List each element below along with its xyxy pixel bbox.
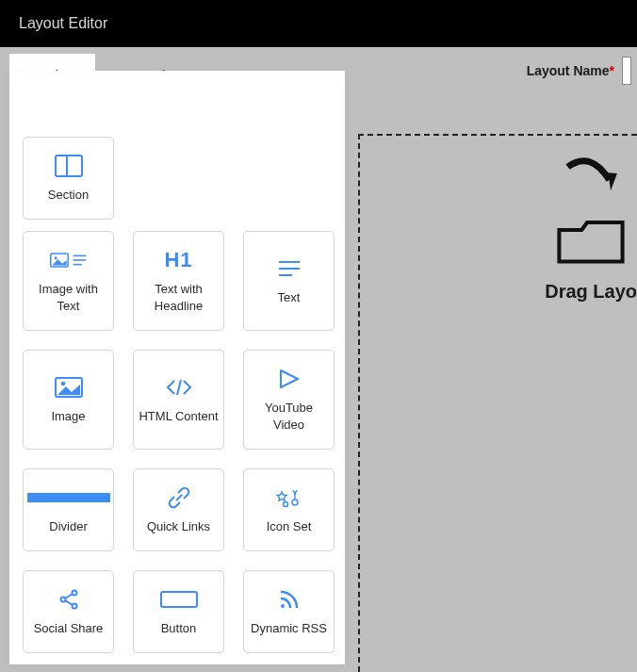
- svg-line-12: [177, 380, 181, 395]
- svg-line-20: [65, 600, 73, 605]
- image-with-text-icon: [50, 247, 88, 273]
- component-divider[interactable]: Divider: [23, 468, 114, 551]
- svg-point-22: [281, 604, 285, 608]
- component-text-with-headline[interactable]: H1 Text with Headline: [133, 231, 224, 331]
- section-icon: [50, 153, 88, 179]
- component-button[interactable]: Button: [133, 570, 224, 653]
- component-section[interactable]: Section: [23, 137, 114, 220]
- layout-name-input[interactable]: [622, 57, 631, 85]
- folder-open-icon: [553, 213, 629, 270]
- header-bar: Layout Editor: [0, 0, 637, 47]
- text-lines-icon: [270, 255, 308, 282]
- component-html-content[interactable]: HTML Content: [133, 350, 224, 450]
- component-text[interactable]: Text: [243, 231, 335, 331]
- rss-icon: [270, 586, 308, 613]
- svg-line-19: [65, 594, 73, 598]
- code-icon: [160, 374, 198, 401]
- component-image-with-text[interactable]: Image with Text: [23, 231, 114, 331]
- component-label: Image: [51, 408, 85, 425]
- component-label: Icon Set: [267, 518, 312, 535]
- app-title: Layout Editor: [19, 15, 107, 32]
- divider-icon: [27, 484, 110, 511]
- link-icon: [160, 484, 198, 511]
- layout-name-label: Layout Name*: [527, 63, 614, 78]
- component-label: YouTube Video: [248, 400, 330, 433]
- component-label: Image with Text: [27, 281, 109, 314]
- component-icon-set[interactable]: Icon Set: [243, 468, 335, 551]
- component-label: Dynamic RSS: [251, 620, 327, 637]
- component-label: HTML Content: [139, 408, 218, 425]
- component-label: Section: [48, 187, 89, 204]
- component-label: Divider: [49, 518, 87, 535]
- component-dynamic-rss[interactable]: Dynamic RSS: [243, 570, 335, 653]
- component-label: Text: [278, 289, 301, 306]
- layout-dropzone[interactable]: Drag Layo: [358, 134, 637, 672]
- svg-rect-0: [56, 156, 82, 176]
- component-image[interactable]: Image: [23, 350, 114, 450]
- image-icon: [50, 374, 88, 401]
- component-label: Social Share: [34, 620, 104, 637]
- component-label: Button: [161, 620, 197, 637]
- component-label: Text with Headline: [138, 281, 220, 314]
- component-quick-links[interactable]: Quick Links: [133, 468, 224, 551]
- component-label: Quick Links: [147, 518, 210, 535]
- icon-set-icon: [270, 484, 308, 511]
- play-icon: [270, 366, 308, 392]
- svg-point-11: [60, 382, 65, 386]
- drop-arrow-icon: [558, 147, 624, 213]
- svg-point-15: [283, 502, 287, 507]
- layout-name-area: Layout Name*: [527, 57, 637, 85]
- button-icon: [160, 586, 198, 613]
- component-youtube-video[interactable]: YouTube Video: [243, 350, 335, 450]
- svg-rect-21: [161, 592, 197, 607]
- share-icon: [50, 586, 88, 613]
- components-panel: Section Image with Text H1 Text with Hea…: [9, 71, 345, 664]
- svg-point-3: [54, 257, 57, 260]
- dropzone-graphic: Drag Layo: [545, 147, 637, 303]
- h1-icon: H1: [160, 247, 198, 273]
- svg-point-14: [292, 500, 298, 505]
- dropzone-text: Drag Layo: [545, 281, 637, 303]
- component-social-share[interactable]: Social Share: [23, 570, 114, 653]
